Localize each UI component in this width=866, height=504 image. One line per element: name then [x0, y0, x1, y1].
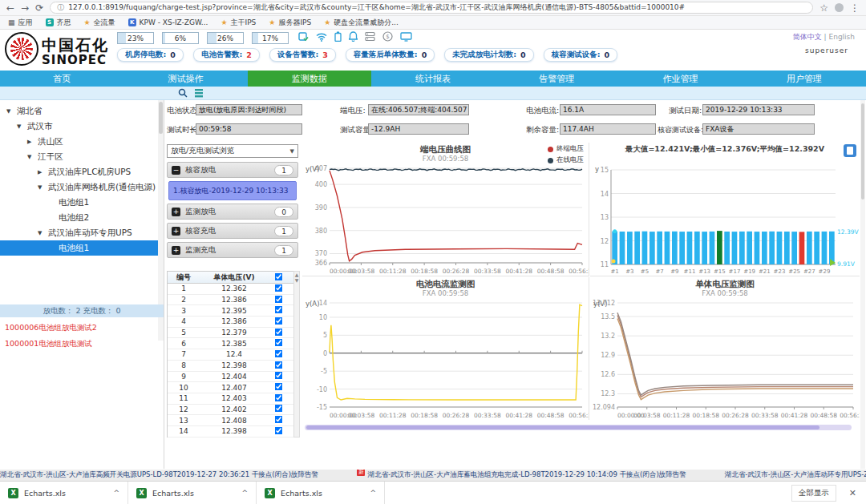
cell-checkbox[interactable] — [274, 317, 282, 325]
count-badge: 0 — [274, 207, 293, 217]
bookmark-item[interactable]: KKPW - XS-IZ-ZGW... — [128, 18, 208, 26]
tree-item[interactable]: ▼武汉市 — [0, 119, 159, 134]
battery-status-field[interactable]: 放电(放电原因:到达时间段) — [196, 104, 302, 115]
cell-checkbox[interactable] — [274, 306, 282, 314]
cell-checkbox[interactable] — [274, 350, 282, 358]
test-link[interactable]: 1000006电池组放电测试2 — [5, 323, 97, 333]
stat-value: 0 — [605, 50, 610, 59]
main-scrollbar[interactable] — [860, 100, 865, 469]
back-icon[interactable]: ← — [6, 3, 14, 13]
download-menu-icon[interactable]: ^ — [241, 489, 248, 497]
cell-checkbox[interactable] — [274, 393, 282, 401]
cell-voltage: 12.403 — [200, 394, 269, 402]
cell-checkbox[interactable] — [274, 372, 282, 380]
bookmark-item[interactable]: ★服务器IPS — [269, 18, 311, 28]
tree-item[interactable]: ▼武汉油库网络机房(通信电源) — [0, 179, 159, 195]
tree-item-label: 湖北省 — [17, 106, 42, 117]
profile-avatar[interactable] — [835, 3, 844, 12]
forward-icon[interactable]: → — [21, 3, 29, 13]
svg-text:370: 370 — [315, 250, 327, 257]
collapse-icon[interactable]: − — [172, 166, 180, 175]
expand-icon[interactable]: + — [172, 227, 180, 236]
site-info-icon[interactable]: ⓘ — [57, 2, 64, 13]
bookmark-item[interactable]: ★硬盘全流量威胁分... — [324, 18, 399, 28]
search-icon[interactable] — [178, 88, 188, 98]
accordion-核容充电[interactable]: +核容充电1 — [167, 223, 298, 239]
tab-1[interactable]: 测试操作 — [123, 71, 247, 87]
accordion-监测放电[interactable]: +监测放电0 — [167, 204, 298, 220]
url-bar[interactable]: ⓘ 127.0.0.1:8919/fuquang/charge-test.jsp… — [50, 2, 813, 14]
cell-checkbox[interactable] — [274, 426, 282, 434]
download-menu-icon[interactable]: ^ — [370, 489, 376, 497]
bookmark-item[interactable]: ▦应用 — [8, 18, 33, 28]
test-filter-select[interactable]: 放电/充电测试浏览 ▼ — [167, 144, 298, 158]
test-link[interactable]: 1000001电池组放电测试 — [5, 339, 92, 349]
legend-item[interactable]: 终端电压 — [548, 144, 584, 154]
stat-pill: 核容测试设备:0 — [544, 48, 617, 62]
terminal-voltage-field[interactable]: 在线:406.507;终端:404.507 — [368, 104, 469, 115]
download-item[interactable]: XEcharts.xls^ — [257, 482, 385, 504]
download-item[interactable]: XEcharts.xls^ — [128, 482, 257, 504]
bookmark-item[interactable]: S齐思 — [46, 18, 71, 28]
tab-3[interactable]: 统计报表 — [371, 71, 495, 87]
table-scrollbar[interactable]: ▲▼ — [293, 271, 300, 437]
svg-text:13.2: 13.2 — [601, 333, 615, 340]
browser-menu-icon[interactable]: ⋮ — [850, 3, 860, 13]
selected-test-item[interactable]: 1.核容放电-2019-12-29 10:13:33 — [168, 181, 297, 200]
cell-voltage-monitor-chart: 单体电压监测图 FXA 00:59:58 12.09412.312.612.91… — [590, 277, 860, 420]
export-icon[interactable] — [844, 144, 856, 157]
tree-item[interactable]: 电池组1 — [0, 195, 159, 210]
battery-current-field[interactable]: 16.1A — [560, 104, 656, 115]
accordion-核容放电[interactable]: −核容放电1 — [167, 162, 298, 178]
expand-icon[interactable]: + — [172, 208, 180, 216]
table-row[interactable]: 1412.398 — [168, 426, 299, 437]
tab-4[interactable]: 告警管理 — [495, 71, 618, 87]
tree-item[interactable]: ▼湖北省 — [0, 103, 159, 119]
tree-item[interactable]: ▶洪山区 — [0, 134, 159, 149]
bookmarks-bar: ▦应用S齐思★全流量KKPW - XS-IZ-ZGW...★主干IPS★服务器I… — [0, 16, 866, 30]
chart-horizontal-scrollbar[interactable] — [305, 425, 852, 430]
cell-checkbox[interactable] — [274, 295, 282, 303]
test-duration-field[interactable]: 00:59:58 — [196, 123, 302, 135]
cell-checkbox[interactable] — [274, 339, 282, 347]
count-badge: 1 — [274, 226, 293, 236]
cell-checkbox[interactable] — [274, 284, 282, 292]
tab-5[interactable]: 作业管理 — [618, 71, 742, 87]
bookmark-label: KPW - XS-IZ-ZGW... — [140, 18, 208, 26]
capacity-test-device-field[interactable]: FXA设备 — [702, 123, 815, 135]
tree-item[interactable]: ▼江干区 — [0, 149, 159, 164]
tab-0[interactable]: 首页 — [0, 71, 123, 87]
svg-text:00:33:58: 00:33:58 — [474, 268, 501, 275]
cell-checkbox[interactable] — [274, 361, 282, 369]
reload-icon[interactable]: ⟳ — [35, 3, 43, 13]
stat-label: 容量落后单体数量: — [354, 50, 418, 60]
tree-item[interactable]: 电池组2 — [0, 210, 159, 225]
tab-2[interactable]: 监测数据 — [248, 71, 371, 87]
tab-6[interactable]: 用户管理 — [743, 71, 866, 87]
bookmark-star-icon[interactable]: ☆ — [819, 3, 828, 13]
test-capacity-field[interactable]: -12.9AH — [368, 123, 469, 135]
download-item[interactable]: XEcharts.xls^ — [0, 482, 128, 504]
tree-item[interactable]: ▼武汉油库动环专用UPS — [0, 225, 159, 240]
list-view-icon[interactable] — [194, 88, 204, 98]
tree-item[interactable]: ▶武汉油库PLC机房UPS — [0, 164, 159, 179]
cell-checkbox[interactable] — [274, 328, 282, 336]
show-all-downloads-button[interactable]: 全部显示 — [791, 485, 836, 502]
svg-text:#27: #27 — [803, 268, 815, 275]
cell-checkbox[interactable] — [274, 416, 282, 424]
remaining-capacity-field[interactable]: 117.4AH — [560, 123, 656, 135]
download-menu-icon[interactable]: ^ — [113, 489, 119, 497]
language-switch[interactable]: 简体中文 | English — [793, 32, 855, 42]
cell-checkbox[interactable] — [274, 383, 282, 391]
tree-item[interactable]: 电池组1 — [0, 240, 159, 256]
bookmark-item[interactable]: ★主干IPS — [221, 18, 256, 28]
select-all-checkbox[interactable] — [274, 272, 282, 280]
expand-icon[interactable]: + — [172, 246, 180, 255]
cell-checkbox[interactable] — [274, 405, 282, 413]
gauge-fill — [118, 33, 126, 43]
cell-voltage: 12.398 — [200, 427, 269, 435]
accordion-监测充电[interactable]: +监测充电1 — [167, 242, 298, 258]
bookmark-item[interactable]: ★全流量 — [84, 18, 115, 28]
close-download-bar-icon[interactable]: ✕ — [849, 488, 856, 498]
test-date-field[interactable]: 2019-12-29 10:13:33 — [702, 104, 815, 115]
